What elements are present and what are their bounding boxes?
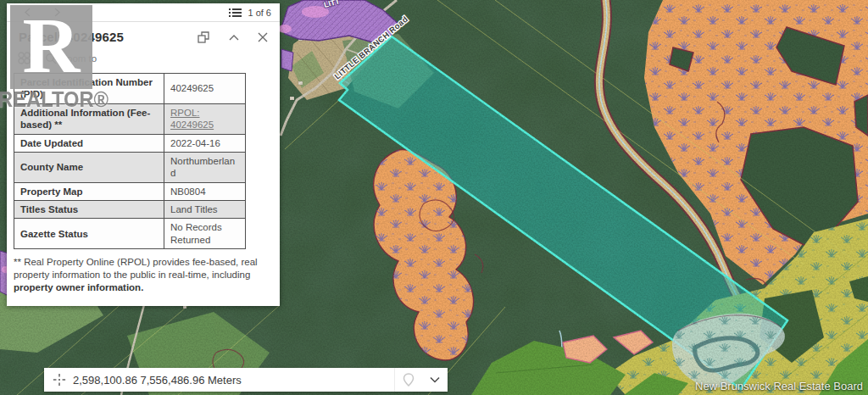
feature-list-button[interactable]	[229, 8, 242, 18]
previous-feature-button[interactable]	[24, 8, 31, 17]
coordinate-bar: 2,598,100.86 7,556,486.96 Meters	[44, 368, 448, 392]
table-row: Gazette Status No Records Returned	[14, 219, 246, 249]
footnote-bold-text: property owner information.	[14, 282, 143, 292]
coordinate-bar-controls	[394, 368, 448, 392]
list-icon	[229, 8, 242, 18]
rpol-footnote: ** Real Property Online (RPOL) provides …	[7, 249, 280, 306]
dock-icon	[197, 31, 210, 44]
close-button[interactable]	[258, 32, 268, 42]
magnifier-icon	[45, 53, 57, 64]
parcel-attributes-table: Parcel Identification Number (PID) 40249…	[14, 73, 246, 249]
attr-label: County Name	[14, 152, 164, 182]
zoom-to-button[interactable]: Zoom to	[45, 53, 97, 64]
close-icon	[258, 32, 268, 42]
table-row: Titles Status Land Titles	[14, 201, 246, 219]
popup-actions: Zoom to	[7, 47, 280, 71]
table-row: County Name Northumberland	[14, 152, 246, 182]
feature-menu-button[interactable]	[17, 51, 31, 65]
chevron-left-icon	[24, 8, 31, 17]
collapse-button[interactable]	[229, 34, 239, 41]
coordinate-readout: 2,598,100.86 7,556,486.96 Meters	[73, 374, 394, 387]
attr-value: 40249625	[164, 74, 246, 104]
table-row: Parcel Identification Number (PID) 40249…	[14, 74, 246, 104]
footnote-text: ** Real Property Online (RPOL) provides …	[14, 257, 258, 280]
rpol-link[interactable]: RPOL: 40249625	[170, 108, 214, 130]
attr-value: Northumberland	[164, 152, 246, 182]
popup-header: Parcel: 40249625	[7, 22, 280, 47]
coordinate-options-button[interactable]	[422, 368, 448, 392]
attr-label: Property Map	[14, 182, 164, 200]
attr-value: No Records Returned	[164, 219, 246, 249]
attr-label: Additional Information (Fee-based) **	[14, 103, 164, 134]
locate-button[interactable]	[395, 368, 422, 392]
chevron-down-icon	[430, 376, 440, 383]
attr-label: Gazette Status	[14, 219, 164, 249]
attr-label: Date Updated	[14, 134, 164, 152]
map-attribution: New Brunswick Real Estate Board	[695, 380, 863, 392]
chevron-right-icon	[53, 8, 61, 17]
parcel-popup: 1 of 6 Parcel: 40249625	[7, 3, 280, 306]
attr-value: NB0804	[164, 182, 246, 200]
location-icon	[403, 373, 415, 387]
apps-grid-icon	[17, 51, 31, 65]
coordinate-crosshair-button[interactable]	[44, 373, 70, 387]
chevron-up-icon	[229, 34, 239, 41]
next-feature-button[interactable]	[53, 8, 61, 17]
attr-label: Parcel Identification Number (PID)	[14, 74, 164, 104]
attr-label: Titles Status	[14, 201, 164, 219]
popup-title: Parcel: 40249625	[19, 30, 178, 44]
feature-count: 1 of 6	[248, 8, 271, 18]
crosshair-icon	[53, 373, 66, 387]
table-row: Date Updated 2022-04-16	[14, 134, 246, 152]
table-row: Additional Information (Fee-based) ** RP…	[14, 103, 246, 134]
zoom-to-label: Zoom to	[61, 53, 97, 64]
attr-value: 2022-04-16	[164, 134, 246, 152]
popup-pagination-bar: 1 of 6	[7, 3, 280, 22]
attr-value: Land Titles	[164, 201, 246, 219]
table-row: Property Map NB0804	[14, 182, 246, 200]
dock-button[interactable]	[197, 31, 210, 44]
